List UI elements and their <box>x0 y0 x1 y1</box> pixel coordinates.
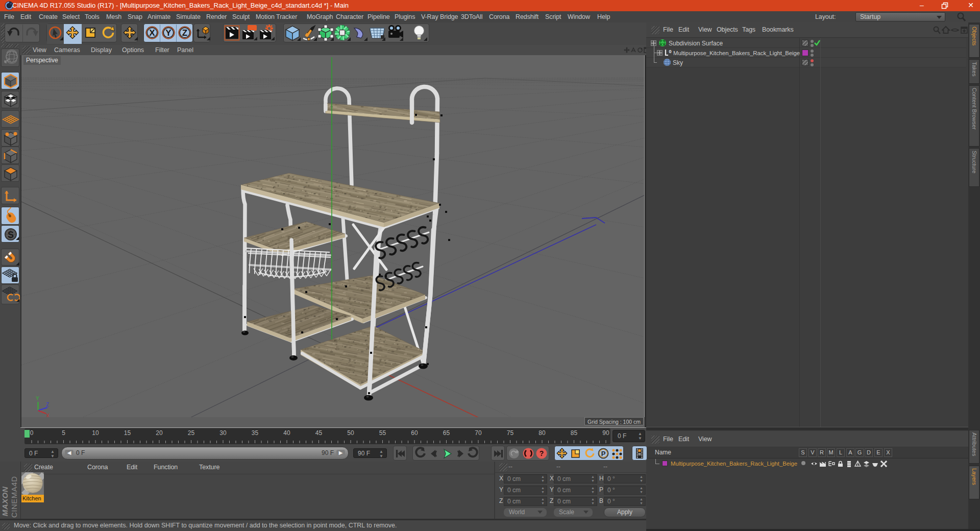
svg-text:X: X <box>149 28 155 38</box>
svg-text:?: ? <box>540 449 544 457</box>
svg-text:Z: Z <box>182 28 187 38</box>
svg-text:Z: Z <box>46 402 49 407</box>
svg-text:Y: Y <box>165 28 172 38</box>
svg-text:P: P <box>601 450 606 457</box>
svg-text:S: S <box>8 230 14 240</box>
svg-text:0: 0 <box>669 49 671 54</box>
svg-text:Y: Y <box>36 396 39 401</box>
